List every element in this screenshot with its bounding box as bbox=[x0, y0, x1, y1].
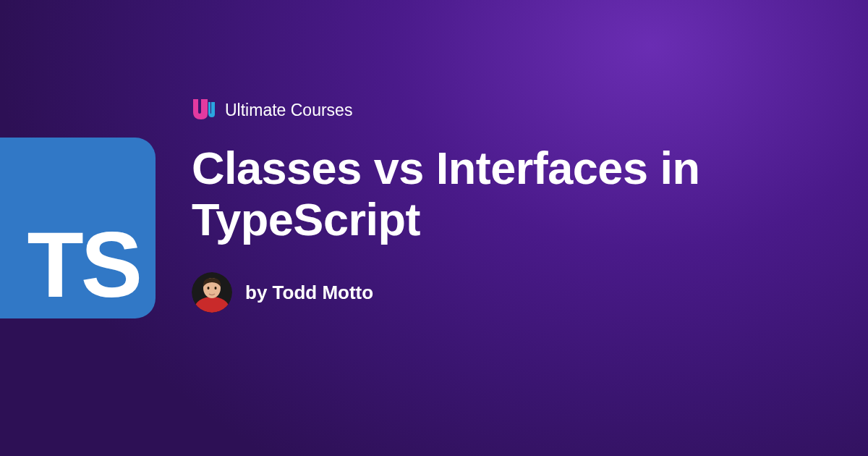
typescript-badge: TS bbox=[0, 138, 156, 318]
ultimate-courses-logo-icon bbox=[192, 98, 215, 122]
brand-name: Ultimate Courses bbox=[225, 101, 352, 120]
author-byline: by Todd Motto bbox=[245, 282, 373, 304]
article-title: Classes vs Interfaces in TypeScript bbox=[192, 143, 825, 245]
author-avatar bbox=[192, 272, 232, 313]
brand-row: Ultimate Courses bbox=[192, 98, 825, 122]
content-area: Ultimate Courses Classes vs Interfaces i… bbox=[192, 98, 825, 313]
svg-point-5 bbox=[215, 287, 217, 290]
svg-point-4 bbox=[208, 287, 210, 290]
typescript-badge-text: TS bbox=[27, 219, 140, 311]
author-row: by Todd Motto bbox=[192, 272, 825, 313]
